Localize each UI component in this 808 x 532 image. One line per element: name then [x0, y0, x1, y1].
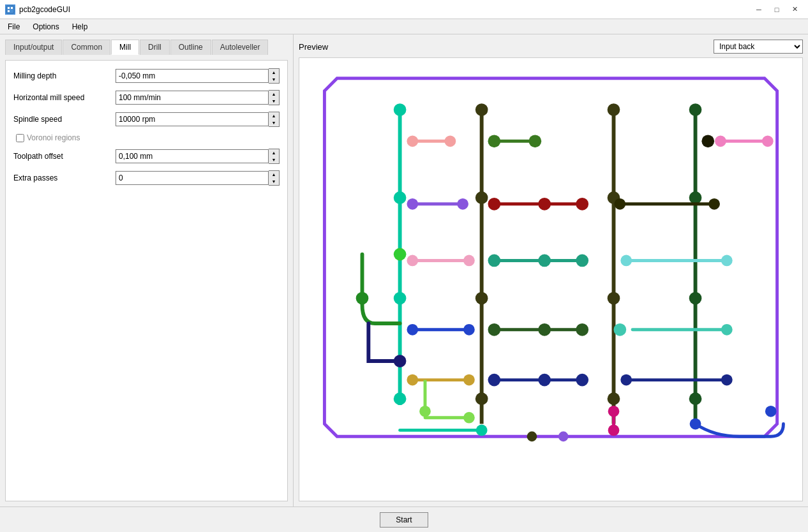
svg-point-33 — [457, 198, 468, 210]
svg-rect-2 — [11, 7, 13, 9]
horizontal-mill-speed-label: Horizontal mill speed — [13, 93, 116, 102]
menu-help[interactable]: Help — [67, 21, 93, 33]
toolpath-offset-input[interactable] — [116, 149, 269, 163]
extra-passes-row: Extra passes ▲ ▼ — [13, 170, 280, 186]
toolpath-offset-down[interactable]: ▼ — [269, 156, 279, 163]
preview-header: Preview Input back Input front Output ba… — [299, 40, 803, 54]
svg-point-61 — [620, 374, 632, 386]
svg-point-39 — [394, 248, 407, 261]
svg-point-54 — [614, 323, 627, 336]
svg-point-64 — [463, 412, 475, 424]
svg-point-59 — [538, 374, 551, 387]
spindle-speed-label: Spindle speed — [13, 115, 116, 124]
preview-canvas — [299, 57, 803, 501]
svg-point-38 — [708, 198, 720, 210]
svg-point-62 — [721, 374, 733, 386]
extra-passes-control: ▲ ▼ — [116, 170, 280, 186]
svg-point-50 — [463, 324, 475, 336]
svg-point-36 — [576, 198, 588, 211]
svg-point-45 — [538, 255, 551, 267]
spindle-speed-input[interactable] — [116, 112, 269, 126]
tab-bar: Input/output Common Mill Drill Outline A… — [5, 40, 288, 55]
svg-point-40 — [356, 292, 369, 305]
tab-autoleveller[interactable]: Autoleveller — [212, 40, 269, 55]
svg-point-42 — [407, 255, 418, 267]
svg-point-55 — [721, 324, 733, 336]
svg-point-7 — [394, 292, 407, 305]
menu-file[interactable]: File — [3, 21, 25, 33]
svg-point-72 — [527, 431, 537, 441]
svg-point-23 — [689, 392, 702, 405]
minimize-button[interactable]: ─ — [751, 3, 767, 16]
spindle-speed-spinner: ▲ ▼ — [269, 112, 280, 127]
horizontal-mill-speed-input[interactable] — [116, 91, 269, 105]
svg-point-71 — [476, 425, 488, 436]
svg-point-47 — [620, 255, 632, 267]
svg-point-44 — [488, 255, 501, 267]
horizontal-mill-speed-down[interactable]: ▼ — [269, 98, 279, 105]
milling-depth-input[interactable] — [116, 69, 269, 83]
svg-point-70 — [765, 406, 777, 417]
toolpath-offset-row: Toolpath offset ▲ ▼ — [13, 149, 280, 164]
maximize-button[interactable]: □ — [768, 3, 785, 16]
svg-point-8 — [394, 392, 407, 405]
app-icon — [5, 4, 15, 15]
mill-tab-content: Milling depth ▲ ▼ Horizontal mill speed … — [5, 60, 288, 501]
tab-input-output[interactable]: Input/output — [5, 40, 62, 55]
svg-point-15 — [608, 103, 620, 116]
svg-point-37 — [614, 198, 625, 210]
svg-point-6 — [394, 191, 407, 204]
bottom-bar: Start — [0, 506, 808, 532]
spindle-speed-up[interactable]: ▲ — [269, 112, 279, 119]
svg-rect-3 — [8, 10, 10, 12]
voronoi-checkbox[interactable] — [16, 134, 24, 142]
horizontal-mill-speed-spinner: ▲ ▼ — [269, 90, 280, 105]
pcb-preview-svg — [299, 58, 802, 501]
start-button[interactable]: Start — [380, 512, 428, 528]
spindle-speed-down[interactable]: ▼ — [269, 119, 279, 126]
title-bar: pcb2gcodeGUI ─ □ ✕ — [0, 0, 808, 19]
milling-depth-down[interactable]: ▼ — [269, 76, 279, 83]
title-bar-left: pcb2gcodeGUI — [5, 4, 70, 15]
horizontal-mill-speed-row: Horizontal mill speed ▲ ▼ — [13, 90, 280, 105]
app-title: pcb2gcodeGUI — [19, 5, 70, 14]
extra-passes-up[interactable]: ▲ — [269, 171, 279, 178]
toolpath-offset-control: ▲ ▼ — [116, 149, 280, 164]
extra-passes-spinner: ▲ ▼ — [269, 170, 280, 186]
toolpath-offset-spinner: ▲ ▼ — [269, 149, 280, 164]
preview-dropdown[interactable]: Input back Input front Output back Outpu… — [714, 40, 803, 54]
tab-common[interactable]: Common — [63, 40, 110, 55]
svg-point-24 — [407, 135, 418, 147]
svg-point-41 — [394, 355, 407, 367]
svg-point-52 — [538, 323, 551, 336]
svg-point-20 — [689, 103, 702, 116]
close-button[interactable]: ✕ — [786, 3, 803, 16]
extra-passes-label: Extra passes — [13, 174, 116, 182]
left-panel: Input/output Common Mill Drill Outline A… — [0, 34, 294, 506]
menu-options[interactable]: Options — [27, 21, 64, 33]
extra-passes-down[interactable]: ▼ — [269, 178, 279, 185]
svg-point-22 — [689, 292, 702, 305]
menu-bar: File Options Help — [0, 19, 808, 34]
spindle-speed-row: Spindle speed ▲ ▼ — [13, 112, 280, 127]
svg-point-34 — [488, 198, 501, 211]
svg-point-51 — [488, 323, 501, 336]
svg-point-17 — [608, 292, 620, 305]
svg-point-69 — [690, 418, 701, 430]
svg-point-21 — [689, 191, 702, 204]
svg-point-58 — [488, 374, 501, 387]
svg-point-5 — [394, 103, 407, 116]
milling-depth-up[interactable]: ▲ — [269, 69, 279, 76]
extra-passes-input[interactable] — [116, 171, 269, 185]
horizontal-mill-speed-up[interactable]: ▲ — [269, 91, 279, 98]
toolpath-offset-up[interactable]: ▲ — [269, 149, 279, 156]
milling-depth-label: Milling depth — [13, 71, 116, 80]
svg-point-31 — [762, 135, 774, 147]
tab-outline[interactable]: Outline — [170, 40, 211, 55]
svg-point-29 — [701, 135, 714, 147]
svg-point-12 — [475, 292, 488, 305]
tab-drill[interactable]: Drill — [140, 40, 170, 55]
tab-mill[interactable]: Mill — [111, 40, 139, 55]
toolpath-offset-label: Toolpath offset — [13, 152, 116, 161]
right-panel: Preview Input back Input front Output ba… — [294, 34, 808, 506]
